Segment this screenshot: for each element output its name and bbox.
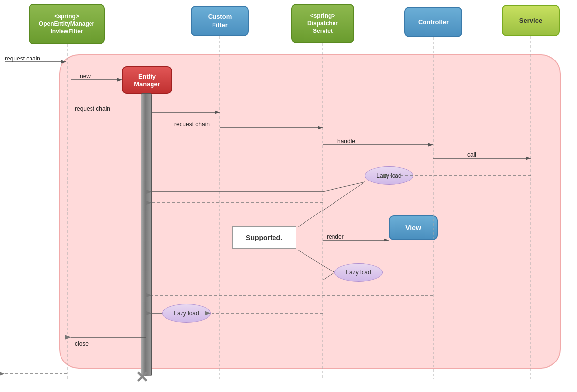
controller-box: Controller	[404, 7, 462, 37]
request-chain-label-left: request chain	[5, 55, 40, 62]
close-label: close	[75, 340, 89, 347]
handle-label: handle	[337, 138, 355, 145]
request-chain-label-1: request chain	[75, 105, 110, 112]
render-label: render	[327, 233, 344, 240]
pink-background-area	[59, 54, 561, 369]
activation-bar	[141, 93, 152, 376]
view-box: View	[389, 215, 438, 240]
request-chain-label-2: request chain	[174, 121, 210, 128]
lazy-load-3: Lazy load	[162, 304, 211, 323]
x-mark: ✕	[135, 368, 149, 387]
new-label: new	[80, 73, 91, 80]
supported-box: Supported.	[232, 226, 296, 249]
service-box: Service	[502, 5, 560, 36]
lazy-load-1: Lazy load	[365, 166, 413, 185]
entity-manager-box: EntityManager	[122, 66, 172, 94]
dispatcher-servlet-box: <spring>DispatcherServlet	[291, 4, 354, 43]
diagram-container: <spring>OpenEntityManagerInviewFilter Cu…	[0, 0, 577, 392]
open-entity-manager-box: <spring>OpenEntityManagerInviewFilter	[29, 4, 105, 44]
lazy-load-2: Lazy load	[334, 263, 383, 282]
call-label: call	[467, 151, 476, 158]
custom-filter-box: CustomFilter	[191, 6, 249, 36]
